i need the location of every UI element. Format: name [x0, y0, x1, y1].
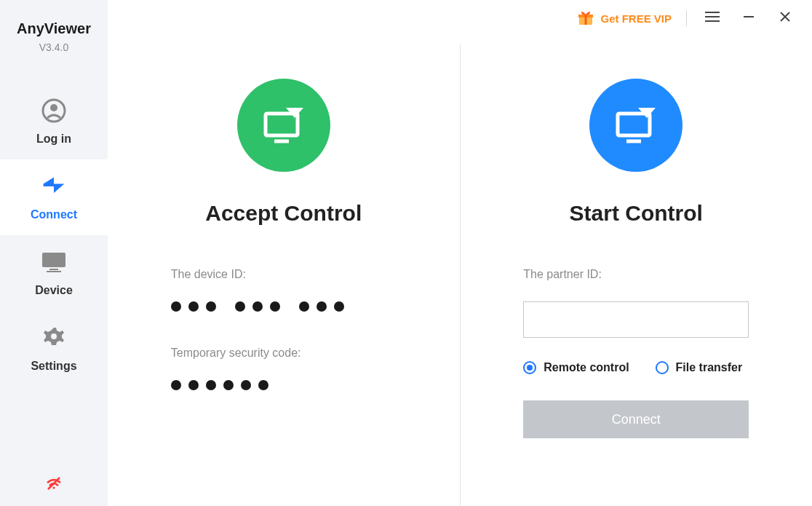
minimize-button[interactable] — [738, 7, 760, 29]
svg-rect-4 — [47, 271, 61, 272]
divider — [686, 10, 687, 26]
accept-control-icon — [237, 79, 330, 172]
accept-title: Accept Control — [205, 201, 362, 226]
sidebar: AnyViewer V3.4.0 Log in Connect — [0, 0, 108, 506]
main: Get FREE VIP — [108, 0, 812, 506]
svg-rect-10 — [585, 15, 587, 25]
wifi-off-icon — [46, 480, 62, 492]
start-control-icon — [589, 79, 682, 172]
connect-logo-icon — [41, 173, 67, 199]
brand-block: AnyViewer V3.4.0 — [0, 0, 108, 53]
partner-id-label: The partner ID: — [523, 268, 749, 281]
device-id-value — [171, 301, 397, 312]
svg-rect-3 — [49, 269, 58, 270]
device-id-label: The device ID: — [171, 268, 397, 281]
accept-body: The device ID: Temporary security code: — [171, 268, 397, 425]
remote-control-radio[interactable]: Remote control — [523, 361, 629, 374]
monitor-icon — [41, 249, 67, 275]
sidebar-item-connect[interactable]: Connect — [0, 159, 108, 235]
connect-button-label: Connect — [612, 412, 661, 427]
security-code-value — [171, 380, 397, 390]
radio-icon — [656, 361, 669, 374]
accept-control-panel: Accept Control The device ID: Temporary … — [108, 44, 461, 506]
radio-label: Remote control — [544, 361, 629, 374]
user-circle-icon — [41, 98, 67, 124]
radio-label: File transfer — [676, 361, 743, 374]
svg-point-1 — [50, 104, 57, 111]
svg-rect-17 — [266, 114, 298, 135]
network-status — [0, 477, 108, 493]
start-control-panel: Start Control The partner ID: Remote con… — [461, 44, 813, 506]
security-code-label: Temporary security code: — [171, 347, 397, 360]
close-icon — [779, 11, 791, 25]
sidebar-nav: Log in Connect Device — [0, 84, 108, 387]
hamburger-icon — [705, 11, 720, 25]
sidebar-item-label: Settings — [31, 360, 76, 373]
app-name: AnyViewer — [0, 20, 108, 37]
sidebar-item-login[interactable]: Log in — [0, 84, 108, 159]
svg-point-5 — [51, 333, 57, 339]
gift-icon — [577, 9, 594, 27]
sidebar-item-settings[interactable]: Settings — [0, 311, 108, 387]
vip-label: Get FREE VIP — [600, 12, 672, 25]
sidebar-item-label: Device — [35, 284, 73, 297]
get-vip-link[interactable]: Get FREE VIP — [577, 9, 672, 27]
radio-icon — [523, 361, 536, 374]
connect-button[interactable]: Connect — [523, 400, 749, 438]
close-button[interactable] — [774, 7, 796, 29]
svg-point-6 — [52, 486, 55, 489]
sidebar-item-device[interactable]: Device — [0, 235, 108, 311]
topbar: Get FREE VIP — [577, 0, 812, 29]
menu-button[interactable] — [701, 7, 723, 29]
sidebar-item-label: Connect — [31, 208, 77, 221]
minimize-icon — [743, 11, 755, 25]
start-title: Start Control — [570, 201, 703, 226]
sidebar-item-label: Log in — [36, 133, 71, 146]
mode-radio-group: Remote control File transfer — [523, 361, 749, 374]
gear-icon — [41, 325, 67, 351]
file-transfer-radio[interactable]: File transfer — [656, 361, 743, 374]
partner-id-input[interactable] — [523, 301, 749, 338]
app-version: V3.4.0 — [0, 41, 108, 53]
svg-rect-19 — [618, 114, 650, 135]
content: Accept Control The device ID: Temporary … — [108, 0, 812, 506]
start-body: The partner ID: Remote control File tran… — [523, 268, 749, 438]
svg-rect-2 — [42, 253, 65, 267]
